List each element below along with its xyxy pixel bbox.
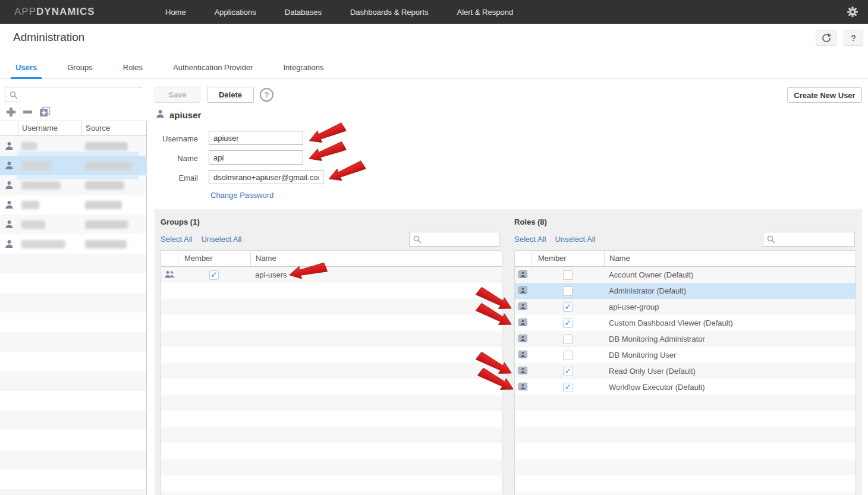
role-icon — [518, 350, 527, 361]
redacted-username — [21, 162, 51, 170]
annotation-arrow-name — [306, 138, 347, 166]
member-checkbox[interactable] — [563, 302, 573, 312]
save-button[interactable]: Save — [155, 87, 200, 103]
username-label: Username — [139, 134, 198, 143]
groups-panel-title: Groups (1) — [161, 217, 200, 226]
redacted-source — [85, 240, 127, 248]
member-checkbox[interactable] — [563, 286, 573, 296]
table-row-read-only-user-default[interactable]: Read Only User (Default) — [515, 363, 856, 379]
name-column-header: Name — [604, 251, 856, 266]
admin-tabs: UsersGroupsRolesAuthentication ProviderI… — [0, 57, 868, 79]
delete-button[interactable]: Delete — [207, 87, 254, 103]
roles-table-rows: Account Owner (Default)Administrator (De… — [515, 267, 856, 495]
row-name: DB Monitoring User — [604, 351, 856, 360]
member-checkbox[interactable] — [563, 351, 573, 360]
nav-menu: HomeApplicationsDatabasesDashboards & Re… — [165, 0, 513, 24]
help-button[interactable]: ? — [844, 30, 863, 46]
role-icon — [518, 270, 527, 280]
roles-table-header: Member Name — [515, 251, 856, 267]
table-row-db-monitoring-administrator[interactable]: DB Monitoring Administrator — [515, 331, 856, 347]
username-field[interactable] — [209, 131, 303, 145]
role-icon — [518, 334, 527, 345]
nav-item-applications[interactable]: Applications — [215, 8, 256, 17]
roles-table: Member Name Account Owner (Default)Admin… — [514, 250, 856, 495]
member-checkbox[interactable] — [563, 270, 573, 280]
username-column-header: Username — [18, 121, 81, 135]
table-row-administrator-default[interactable]: Administrator (Default) — [515, 283, 856, 299]
table-row-db-monitoring-user[interactable]: DB Monitoring User — [515, 347, 856, 363]
row-name: api-user-group — [604, 302, 856, 311]
user-icon — [156, 109, 165, 121]
app-window: APPDYNAMICS HomeApplicationsDatabasesDas… — [0, 0, 868, 495]
groups-search-input[interactable] — [424, 233, 498, 247]
member-checkbox[interactable] — [563, 319, 573, 328]
user-icon — [5, 161, 14, 172]
groups-select-all-link[interactable]: Select All — [161, 235, 192, 244]
tab-roles[interactable]: Roles — [118, 63, 147, 79]
add-user-icon[interactable] — [6, 107, 16, 117]
member-checkbox[interactable] — [209, 270, 219, 280]
roles-search-box — [763, 232, 855, 247]
role-icon — [518, 382, 527, 393]
settings-gear-icon[interactable] — [847, 7, 858, 17]
name-field[interactable] — [209, 150, 303, 165]
table-row-api-users[interactable]: api-users — [161, 267, 502, 283]
selected-user-heading: apiuser — [156, 109, 201, 121]
nav-item-alert-respond[interactable]: Alert & Respond — [457, 8, 513, 17]
table-row-api-user-group[interactable]: api-user-group — [515, 299, 856, 315]
table-row-custom-dashboard-viewer-default[interactable]: Custom Dashboard Viewer (Default) — [515, 315, 856, 331]
help-icon: ? — [851, 33, 856, 43]
tab-users[interactable]: Users — [11, 63, 42, 79]
nav-item-databases[interactable]: Databases — [285, 8, 322, 17]
user-search-input[interactable] — [21, 88, 141, 102]
roles-search-input[interactable] — [778, 233, 853, 247]
form-help-icon[interactable]: ? — [260, 88, 273, 102]
email-label: Email — [139, 174, 198, 182]
redacted-source — [85, 181, 124, 190]
user-row[interactable] — [0, 234, 147, 254]
annotation-arrow-username — [306, 119, 347, 148]
name-label: Name — [139, 154, 198, 163]
groups-table-rows: api-users — [161, 267, 502, 495]
table-row-account-owner-default[interactable]: Account Owner (Default) — [515, 267, 856, 283]
top-nav-bar: APPDYNAMICS HomeApplicationsDatabasesDas… — [0, 0, 868, 24]
icon-column-header — [0, 121, 18, 135]
create-new-user-button[interactable]: Create New User — [787, 87, 862, 103]
refresh-button[interactable] — [816, 30, 836, 46]
nav-item-home[interactable]: Home — [165, 8, 186, 17]
row-name: DB Monitoring Administrator — [604, 335, 856, 343]
member-column-header: Member — [178, 251, 250, 266]
group-icon — [165, 270, 175, 280]
tab-groups[interactable]: Groups — [62, 63, 98, 79]
member-checkbox[interactable] — [563, 367, 573, 376]
roles-unselect-all-link[interactable]: Unselect All — [555, 235, 595, 244]
user-row[interactable] — [0, 215, 147, 234]
duplicate-user-icon[interactable] — [39, 106, 51, 117]
groups-unselect-all-link[interactable]: Unselect All — [201, 235, 241, 244]
email-field[interactable] — [209, 170, 323, 184]
row-name: api-users — [250, 270, 502, 279]
member-checkbox[interactable] — [563, 335, 573, 344]
user-row[interactable] — [0, 156, 147, 175]
user-icon — [5, 239, 14, 251]
table-row-workflow-executor-default[interactable]: Workflow Executor (Default) — [515, 379, 856, 395]
member-checkbox[interactable] — [563, 383, 573, 392]
user-row[interactable] — [0, 195, 147, 215]
roles-select-all-link[interactable]: Select All — [514, 235, 546, 244]
name-column-header: Name — [250, 251, 502, 266]
change-password-link[interactable]: Change Password — [210, 191, 273, 200]
row-name: Workflow Executor (Default) — [604, 383, 856, 392]
tab-integrations[interactable]: Integrations — [278, 63, 328, 79]
icon-column-header — [515, 251, 532, 266]
remove-user-icon[interactable] — [23, 107, 33, 117]
selected-user-name: apiuser — [169, 110, 201, 120]
redacted-username — [21, 220, 45, 229]
redacted-username — [21, 240, 65, 248]
row-name: Account Owner (Default) — [604, 270, 856, 279]
row-name: Administrator (Default) — [604, 286, 856, 295]
source-column-header: Source — [81, 121, 147, 135]
tab-authentication-provider[interactable]: Authentication Provider — [168, 63, 257, 79]
role-icon — [518, 366, 527, 377]
nav-item-dashboards-reports[interactable]: Dashboards & Reports — [350, 8, 429, 17]
icon-column-header — [161, 251, 178, 266]
